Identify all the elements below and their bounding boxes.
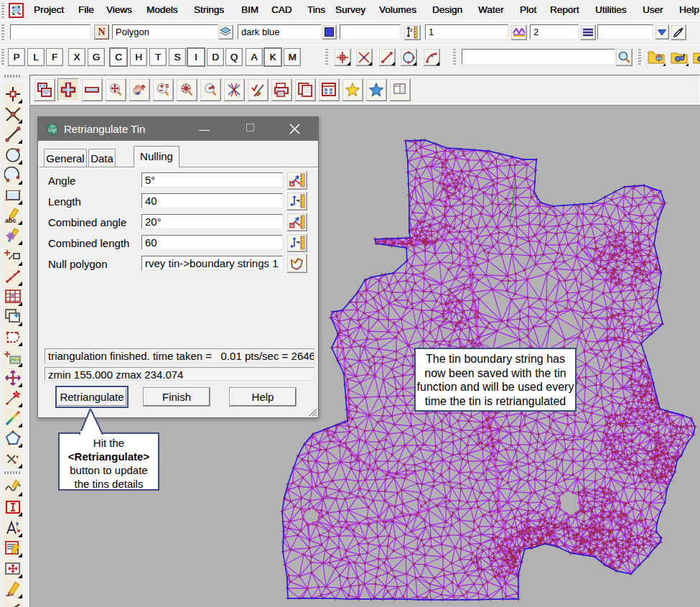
svg-text:12d: 12d (48, 128, 55, 132)
svg-text:abc: abc (5, 217, 17, 224)
svg-text:z: z (410, 27, 413, 33)
